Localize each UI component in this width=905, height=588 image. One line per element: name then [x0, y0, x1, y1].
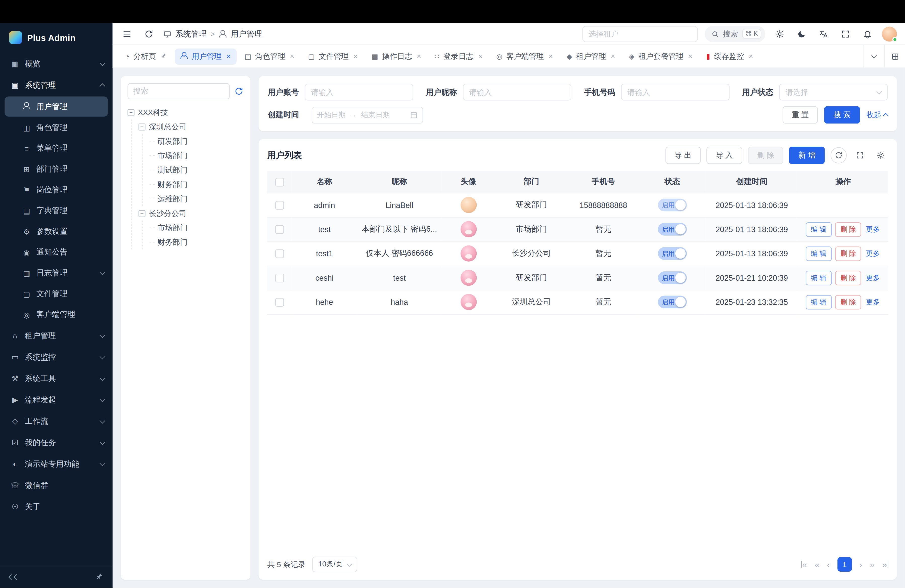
table-settings-icon[interactable]: [873, 148, 888, 163]
close-icon[interactable]: ×: [417, 52, 421, 60]
sidebar-item-tools[interactable]: ⚒系统工具: [0, 368, 113, 389]
tree-leaf-dept[interactable]: 市场部门: [149, 148, 244, 163]
add-button[interactable]: 新 增: [789, 147, 824, 164]
gear-icon[interactable]: [772, 26, 788, 41]
status-toggle[interactable]: 启用: [658, 247, 687, 260]
tab-user-mgmt[interactable]: 用户管理×: [175, 48, 237, 64]
close-icon[interactable]: ×: [227, 52, 231, 60]
tab-client-mgmt[interactable]: ◎客户端管理×: [491, 48, 559, 64]
tree-node-company[interactable]: −深圳总公司: [138, 119, 244, 134]
edit-button[interactable]: 编 辑: [805, 295, 832, 309]
sidebar-item-notice[interactable]: ◉通知公告: [0, 242, 113, 263]
tab-file-mgmt[interactable]: ▢文件管理×: [302, 48, 364, 64]
app-logo[interactable]: Plus Admin: [0, 23, 113, 51]
status-toggle[interactable]: 启用: [658, 199, 687, 211]
page-size-select[interactable]: 10条/页: [313, 556, 357, 572]
select-all-checkbox[interactable]: [275, 178, 284, 186]
edit-button[interactable]: 编 辑: [805, 222, 832, 237]
delete-row-button[interactable]: 删 除: [835, 246, 861, 261]
tab-analysis[interactable]: ◔分析页: [119, 48, 173, 64]
collapse-filter-link[interactable]: 收起: [866, 110, 888, 120]
tab-tenant-package-mgmt[interactable]: ◈租户套餐管理×: [623, 48, 698, 64]
prev-page-button[interactable]: ‹: [827, 560, 830, 569]
sidebar-item-dict-mgmt[interactable]: ▤字典管理: [0, 200, 113, 221]
sidebar-item-user-mgmt[interactable]: 用户管理: [5, 96, 108, 116]
row-checkbox[interactable]: [275, 225, 284, 234]
tab-list-dropdown-button[interactable]: [864, 45, 884, 68]
row-checkbox[interactable]: [275, 298, 284, 307]
status-toggle[interactable]: 启用: [658, 296, 687, 308]
sidebar-item-client-mgmt[interactable]: ◎客户端管理: [0, 304, 113, 325]
sidebar-item-my-tasks[interactable]: ☑我的任务: [0, 432, 113, 453]
tree-node-root[interactable]: −XXX科技: [127, 105, 243, 119]
tab-role-mgmt[interactable]: ◫角色管理×: [239, 48, 300, 64]
prev-jump-button[interactable]: «: [815, 560, 819, 569]
date-range-picker[interactable]: 开始日期 → 结束日期: [312, 106, 423, 124]
fullscreen-icon[interactable]: [838, 26, 853, 41]
more-button[interactable]: 更多: [865, 246, 881, 261]
sidebar-item-file-mgmt[interactable]: ▢文件管理: [0, 283, 113, 304]
pin-icon[interactable]: [95, 572, 103, 582]
sidebar-item-menu-mgmt[interactable]: ≡菜单管理: [0, 138, 113, 159]
refresh-icon[interactable]: [141, 26, 156, 41]
delete-row-button[interactable]: 删 除: [835, 295, 861, 309]
sidebar-item-workflow[interactable]: ◇工作流: [0, 410, 113, 432]
export-button[interactable]: 导 出: [665, 147, 701, 164]
tree-refresh-icon[interactable]: [234, 86, 244, 96]
reset-button[interactable]: 重 置: [783, 106, 818, 124]
sidebar-item-process[interactable]: ▶流程发起: [0, 389, 113, 410]
tree-leaf-dept[interactable]: 研发部门: [149, 134, 244, 148]
current-page-button[interactable]: 1: [837, 557, 852, 572]
close-icon[interactable]: ×: [549, 52, 553, 60]
more-button[interactable]: 更多: [865, 295, 881, 309]
user-nickname-input[interactable]: 请输入: [463, 84, 572, 100]
tab-layout-button[interactable]: [884, 45, 905, 68]
sidebar-item-monitor[interactable]: ▭系统监控: [0, 346, 113, 368]
global-search-button[interactable]: 搜索 ⌘ K: [704, 25, 765, 42]
sidebar-item-system[interactable]: ▣系统管理: [0, 75, 113, 96]
row-checkbox[interactable]: [275, 250, 284, 258]
tree-node-company[interactable]: −长沙分公司: [138, 206, 244, 221]
tree-leaf-dept[interactable]: 测试部门: [149, 163, 244, 177]
next-jump-button[interactable]: »: [870, 560, 874, 569]
next-page-button[interactable]: ›: [859, 560, 862, 569]
delete-button[interactable]: 删 除: [748, 147, 783, 164]
more-button[interactable]: 更多: [865, 271, 881, 285]
last-page-button[interactable]: »: [882, 560, 888, 569]
sidebar-item-post-mgmt[interactable]: ⚑岗位管理: [0, 180, 113, 200]
sidebar-item-tenant-mgmt[interactable]: ⌂租户管理: [0, 325, 113, 346]
search-button[interactable]: 搜 索: [824, 106, 860, 124]
tree-leaf-dept[interactable]: 财务部门: [149, 235, 244, 249]
table-fullscreen-icon[interactable]: [853, 148, 867, 163]
tree-collapse-icon[interactable]: −: [138, 210, 146, 217]
import-button[interactable]: 导 入: [707, 147, 742, 164]
user-status-select[interactable]: 请选择: [779, 84, 888, 100]
tab-operation-log[interactable]: ▤操作日志×: [366, 48, 427, 64]
sidebar-item-log-mgmt[interactable]: ▥日志管理: [0, 263, 113, 284]
tab-tenant-mgmt[interactable]: ◆租户管理×: [561, 48, 621, 64]
user-avatar[interactable]: [882, 26, 897, 41]
pin-icon[interactable]: [160, 52, 167, 60]
close-icon[interactable]: ×: [478, 52, 483, 60]
sidebar-item-wechat-group[interactable]: ☏微信群: [0, 475, 113, 496]
close-icon[interactable]: ×: [688, 52, 692, 60]
tree-leaf-dept[interactable]: 财务部门: [149, 177, 244, 192]
tab-cache-monitor[interactable]: ▮缓存监控×: [700, 48, 759, 64]
edit-button[interactable]: 编 辑: [805, 246, 832, 261]
delete-row-button[interactable]: 删 除: [835, 271, 861, 285]
row-checkbox[interactable]: [275, 201, 284, 210]
close-icon[interactable]: ×: [749, 52, 753, 60]
hamburger-menu-icon[interactable]: [119, 26, 135, 41]
close-icon[interactable]: ×: [611, 52, 615, 60]
bell-icon[interactable]: [860, 26, 875, 41]
breadcrumb-item[interactable]: 用户管理: [231, 29, 262, 39]
sidebar-item-dept-mgmt[interactable]: ⊞部门管理: [0, 159, 113, 180]
sidebar-item-role-mgmt[interactable]: ◫角色管理: [0, 117, 113, 138]
translate-icon[interactable]: [816, 26, 831, 41]
row-checkbox[interactable]: [275, 273, 284, 282]
tab-login-log[interactable]: ∷登录日志×: [429, 48, 488, 64]
tree-collapse-icon[interactable]: −: [138, 123, 146, 130]
sidebar-item-demo-features[interactable]: ◐演示站专用功能: [0, 453, 113, 475]
edit-button[interactable]: 编 辑: [805, 271, 832, 285]
tenant-select-input[interactable]: 选择租户: [582, 25, 698, 42]
